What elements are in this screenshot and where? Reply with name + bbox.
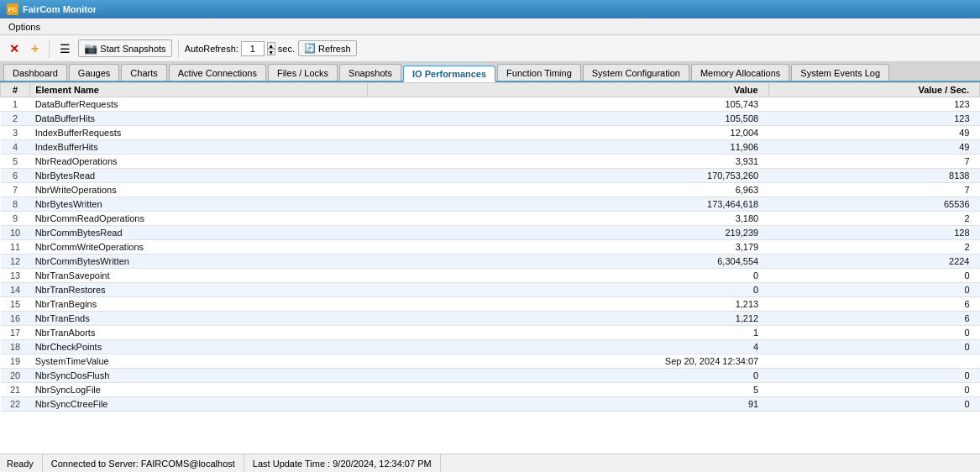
cell-value: 0 (368, 269, 768, 283)
tab-gauges[interactable]: Gauges (69, 64, 120, 81)
cell-vps: 0 (768, 369, 979, 383)
cell-num: 19 (1, 354, 30, 369)
cell-value: 12,004 (368, 126, 768, 140)
menu-bar: Options (0, 18, 980, 35)
cell-value: Sep 20, 2024 12:34:07 (368, 354, 768, 369)
cell-name: NbrCheckPoints (30, 340, 368, 354)
status-last-update: Last Update Time : 9/20/2024, 12:34:07 P… (244, 454, 441, 472)
cell-name: NbrSyncLogFile (30, 383, 368, 397)
cell-num: 20 (1, 369, 30, 383)
cell-vps: 123 (768, 112, 979, 126)
spin-down-button[interactable]: ▼ (267, 49, 275, 55)
close-icon: ✕ (9, 42, 19, 55)
cell-num: 3 (1, 126, 30, 140)
table-row: 3IndexBufferRequests12,00449 (1, 126, 980, 140)
cell-name: NbrBytesWritten (30, 197, 368, 212)
cell-num: 16 (1, 312, 30, 326)
col-header-num: # (1, 83, 30, 97)
ready-label: Ready (7, 459, 34, 469)
tabs-bar: DashboardGaugesChartsActive ConnectionsF… (0, 62, 980, 82)
cell-value: 4 (368, 340, 768, 354)
close-button[interactable]: ✕ (5, 39, 24, 58)
table-row: 13NbrTranSavepoint00 (1, 269, 980, 283)
tab-snapshots[interactable]: Snapshots (339, 64, 401, 81)
cell-num: 6 (1, 169, 30, 183)
tab-function-timing[interactable]: Function Timing (497, 64, 581, 81)
refresh-icon: 🔄 (304, 43, 316, 54)
cell-name: NbrCommReadOperations (30, 212, 368, 226)
cell-name: NbrSyncDosFlush (30, 369, 368, 383)
cell-vps: 0 (768, 383, 979, 397)
refresh-button[interactable]: 🔄 Refresh (298, 40, 357, 56)
cell-name: NbrTranSavepoint (30, 269, 368, 283)
col-header-vps: Value / Sec. (768, 83, 979, 97)
cell-value: 219,239 (368, 226, 768, 240)
tab-memory-allocations[interactable]: Memory Allocations (691, 64, 789, 81)
spin-up-button[interactable]: ▲ (267, 42, 275, 49)
cell-name: NbrSyncCtreeFile (30, 397, 368, 412)
cell-name: NbrCommBytesWritten (30, 254, 368, 269)
autorefresh-input[interactable]: 1 (241, 41, 265, 56)
cell-vps: 49 (768, 140, 979, 155)
cell-value: 6,304,554 (368, 254, 768, 269)
tab-active-connections[interactable]: Active Connections (169, 64, 266, 81)
cell-value: 1,212 (368, 312, 768, 326)
cell-vps: 0 (768, 340, 979, 354)
cell-vps: 8138 (768, 169, 979, 183)
autorefresh-spinners: ▲ ▼ (267, 42, 275, 55)
start-snapshots-button[interactable]: 📷 Start Snapshots (78, 39, 171, 57)
tab-dashboard[interactable]: Dashboard (3, 64, 67, 81)
cell-vps: 49 (768, 126, 979, 140)
status-ready: Ready (7, 454, 43, 472)
cell-value: 0 (368, 283, 768, 297)
tab-system-configuration[interactable]: System Configuration (583, 64, 689, 81)
add-button[interactable]: + (27, 39, 43, 59)
cell-value: 1 (368, 326, 768, 340)
cell-num: 17 (1, 326, 30, 340)
cell-num: 18 (1, 340, 30, 354)
cell-vps: 2 (768, 240, 979, 254)
cell-num: 9 (1, 212, 30, 226)
cell-num: 22 (1, 397, 30, 412)
cell-num: 1 (1, 97, 30, 112)
table-row: 19SystemTimeValueSep 20, 2024 12:34:07 (1, 354, 980, 369)
cell-name: NbrReadOperations (30, 155, 368, 169)
cell-num: 2 (1, 112, 30, 126)
table-row: 11NbrCommWriteOperations3,1792 (1, 240, 980, 254)
col-header-value: Value (368, 83, 768, 97)
autorefresh-section: AutoRefresh: 1 ▲ ▼ sec. (185, 41, 295, 56)
table-row: 20NbrSyncDosFlush00 (1, 369, 980, 383)
cell-num: 14 (1, 283, 30, 297)
cell-num: 15 (1, 297, 30, 312)
cell-name: IndexBufferRequests (30, 126, 368, 140)
table-row: 9NbrCommReadOperations3,1802 (1, 212, 980, 226)
cell-value: 3,179 (368, 240, 768, 254)
cell-name: NbrWriteOperations (30, 183, 368, 197)
last-update-label: Last Update Time : 9/20/2024, 12:34:07 P… (253, 459, 432, 469)
cell-name: DataBufferRequests (30, 97, 368, 112)
table-row: 5NbrReadOperations3,9317 (1, 155, 980, 169)
cell-num: 8 (1, 197, 30, 212)
table-row: 6NbrBytesRead170,753,2608138 (1, 169, 980, 183)
cell-value: 3,931 (368, 155, 768, 169)
table-container[interactable]: # Element Name Value Value / Sec. 1DataB… (0, 82, 980, 454)
list-button[interactable]: ☰ (55, 39, 75, 58)
app-title: FairCom Monitor (23, 4, 97, 14)
tab-charts[interactable]: Charts (121, 64, 166, 81)
cell-value: 6,963 (368, 183, 768, 197)
table-row: 22NbrSyncCtreeFile910 (1, 397, 980, 412)
tab-system-events-log[interactable]: System Events Log (791, 64, 889, 81)
tab-files-locks[interactable]: Files / Locks (268, 64, 338, 81)
camera-icon: 📷 (84, 42, 97, 55)
cell-vps: 7 (768, 155, 979, 169)
cell-value: 173,464,618 (368, 197, 768, 212)
table-body: 1DataBufferRequests105,7431232DataBuffer… (1, 97, 980, 412)
table-header-row: # Element Name Value Value / Sec. (1, 83, 980, 97)
table-row: 7NbrWriteOperations6,9637 (1, 183, 980, 197)
status-bar: Ready Connected to Server: FAIRCOMS@loca… (0, 454, 980, 472)
menu-options[interactable]: Options (5, 20, 44, 34)
tab-io-performances[interactable]: IO Performances (403, 66, 495, 82)
cell-value: 170,753,260 (368, 169, 768, 183)
cell-name: NbrBytesRead (30, 169, 368, 183)
cell-name: NbrTranAborts (30, 326, 368, 340)
